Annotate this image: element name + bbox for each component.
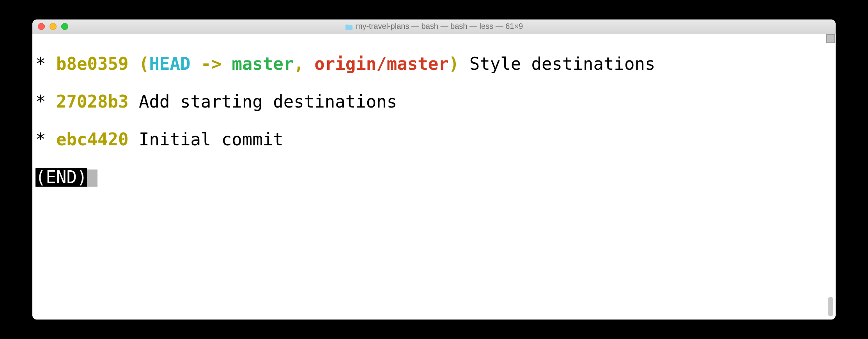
commit-hash: b8e0359	[56, 54, 128, 74]
commit-message: Add starting destinations	[128, 92, 397, 111]
branch-ref: master	[232, 54, 294, 74]
remote-ref: origin/master	[314, 54, 448, 74]
maximize-button[interactable]	[61, 23, 68, 30]
terminal-window: my-travel-plans — bash — bash — less — 6…	[32, 19, 836, 320]
cursor-icon	[87, 170, 97, 187]
ref-arrow: ->	[190, 54, 232, 74]
graph-marker: *	[35, 129, 46, 149]
refs-open: (	[139, 54, 149, 74]
minimize-button[interactable]	[50, 23, 57, 30]
pager-end-row: (END)	[35, 168, 833, 187]
scrollbar-thumb[interactable]	[828, 297, 833, 316]
git-log-line: * 27028b3 Add starting destinations	[35, 92, 833, 111]
close-button[interactable]	[38, 23, 45, 30]
commit-message: Style destinations	[459, 54, 655, 74]
commit-message: Initial commit	[128, 129, 283, 149]
scrollbar[interactable]	[826, 34, 835, 319]
titlebar[interactable]: my-travel-plans — bash — bash — less — 6…	[32, 19, 836, 34]
traffic-lights	[38, 23, 68, 30]
graph-marker: *	[35, 92, 46, 111]
scrollbar-corner-icon	[826, 34, 835, 43]
refs-close: )	[449, 54, 459, 74]
graph-marker: *	[35, 54, 46, 74]
pager-end-marker: (END)	[35, 168, 87, 187]
head-ref: HEAD	[149, 54, 190, 74]
git-log-line: * ebc4420 Initial commit	[35, 130, 833, 149]
terminal-body[interactable]: * b8e0359 (HEAD -> master, origin/master…	[32, 34, 836, 320]
commit-hash: ebc4420	[56, 129, 128, 149]
ref-comma: ,	[294, 54, 314, 74]
folder-icon	[345, 23, 353, 30]
window-title: my-travel-plans — bash — bash — less — 6…	[356, 22, 523, 31]
commit-hash: 27028b3	[56, 92, 128, 111]
git-log-line: * b8e0359 (HEAD -> master, origin/master…	[35, 55, 833, 73]
window-title-wrap: my-travel-plans — bash — bash — less — 6…	[32, 22, 836, 31]
